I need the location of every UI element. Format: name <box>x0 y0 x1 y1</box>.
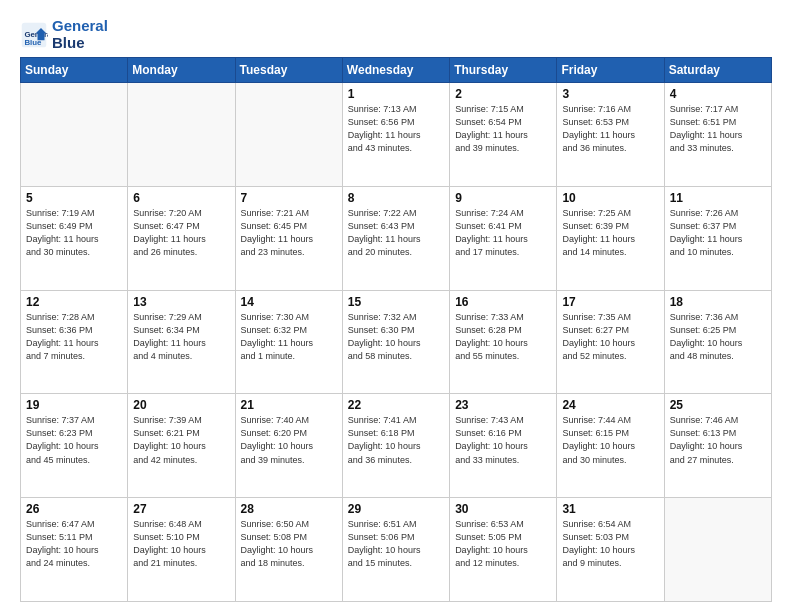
day-info: Sunrise: 7:15 AM Sunset: 6:54 PM Dayligh… <box>455 103 551 155</box>
calendar-cell: 14Sunrise: 7:30 AM Sunset: 6:32 PM Dayli… <box>235 290 342 394</box>
weekday-header: Wednesday <box>342 58 449 83</box>
day-info: Sunrise: 7:46 AM Sunset: 6:13 PM Dayligh… <box>670 414 766 466</box>
calendar-week-row: 12Sunrise: 7:28 AM Sunset: 6:36 PM Dayli… <box>21 290 772 394</box>
logo-text: GeneralBlue <box>52 18 108 51</box>
calendar-cell <box>128 83 235 187</box>
day-number: 7 <box>241 191 337 205</box>
calendar-cell: 8Sunrise: 7:22 AM Sunset: 6:43 PM Daylig… <box>342 186 449 290</box>
day-number: 24 <box>562 398 658 412</box>
day-number: 6 <box>133 191 229 205</box>
day-number: 25 <box>670 398 766 412</box>
calendar-cell: 2Sunrise: 7:15 AM Sunset: 6:54 PM Daylig… <box>450 83 557 187</box>
day-number: 17 <box>562 295 658 309</box>
calendar: SundayMondayTuesdayWednesdayThursdayFrid… <box>20 57 772 602</box>
calendar-cell <box>235 83 342 187</box>
day-number: 3 <box>562 87 658 101</box>
day-number: 16 <box>455 295 551 309</box>
calendar-cell: 5Sunrise: 7:19 AM Sunset: 6:49 PM Daylig… <box>21 186 128 290</box>
day-number: 5 <box>26 191 122 205</box>
day-number: 10 <box>562 191 658 205</box>
day-number: 18 <box>670 295 766 309</box>
day-info: Sunrise: 7:30 AM Sunset: 6:32 PM Dayligh… <box>241 311 337 363</box>
calendar-cell <box>21 83 128 187</box>
day-number: 11 <box>670 191 766 205</box>
day-number: 12 <box>26 295 122 309</box>
calendar-cell: 20Sunrise: 7:39 AM Sunset: 6:21 PM Dayli… <box>128 394 235 498</box>
day-info: Sunrise: 6:47 AM Sunset: 5:11 PM Dayligh… <box>26 518 122 570</box>
day-number: 4 <box>670 87 766 101</box>
calendar-header-row: SundayMondayTuesdayWednesdayThursdayFrid… <box>21 58 772 83</box>
weekday-header: Monday <box>128 58 235 83</box>
day-info: Sunrise: 7:16 AM Sunset: 6:53 PM Dayligh… <box>562 103 658 155</box>
calendar-week-row: 5Sunrise: 7:19 AM Sunset: 6:49 PM Daylig… <box>21 186 772 290</box>
calendar-cell: 31Sunrise: 6:54 AM Sunset: 5:03 PM Dayli… <box>557 498 664 602</box>
day-number: 21 <box>241 398 337 412</box>
calendar-week-row: 26Sunrise: 6:47 AM Sunset: 5:11 PM Dayli… <box>21 498 772 602</box>
calendar-cell <box>664 498 771 602</box>
day-info: Sunrise: 6:48 AM Sunset: 5:10 PM Dayligh… <box>133 518 229 570</box>
day-number: 13 <box>133 295 229 309</box>
calendar-cell: 21Sunrise: 7:40 AM Sunset: 6:20 PM Dayli… <box>235 394 342 498</box>
day-info: Sunrise: 6:53 AM Sunset: 5:05 PM Dayligh… <box>455 518 551 570</box>
calendar-cell: 11Sunrise: 7:26 AM Sunset: 6:37 PM Dayli… <box>664 186 771 290</box>
weekday-header: Tuesday <box>235 58 342 83</box>
day-number: 19 <box>26 398 122 412</box>
calendar-cell: 17Sunrise: 7:35 AM Sunset: 6:27 PM Dayli… <box>557 290 664 394</box>
logo: General Blue GeneralBlue <box>20 18 108 51</box>
calendar-cell: 24Sunrise: 7:44 AM Sunset: 6:15 PM Dayli… <box>557 394 664 498</box>
weekday-header: Thursday <box>450 58 557 83</box>
calendar-cell: 27Sunrise: 6:48 AM Sunset: 5:10 PM Dayli… <box>128 498 235 602</box>
day-info: Sunrise: 7:37 AM Sunset: 6:23 PM Dayligh… <box>26 414 122 466</box>
calendar-cell: 13Sunrise: 7:29 AM Sunset: 6:34 PM Dayli… <box>128 290 235 394</box>
calendar-cell: 25Sunrise: 7:46 AM Sunset: 6:13 PM Dayli… <box>664 394 771 498</box>
day-info: Sunrise: 7:29 AM Sunset: 6:34 PM Dayligh… <box>133 311 229 363</box>
day-number: 15 <box>348 295 444 309</box>
day-info: Sunrise: 7:21 AM Sunset: 6:45 PM Dayligh… <box>241 207 337 259</box>
calendar-cell: 4Sunrise: 7:17 AM Sunset: 6:51 PM Daylig… <box>664 83 771 187</box>
calendar-cell: 22Sunrise: 7:41 AM Sunset: 6:18 PM Dayli… <box>342 394 449 498</box>
day-number: 30 <box>455 502 551 516</box>
day-info: Sunrise: 7:22 AM Sunset: 6:43 PM Dayligh… <box>348 207 444 259</box>
day-info: Sunrise: 7:24 AM Sunset: 6:41 PM Dayligh… <box>455 207 551 259</box>
day-number: 9 <box>455 191 551 205</box>
day-number: 22 <box>348 398 444 412</box>
day-info: Sunrise: 7:35 AM Sunset: 6:27 PM Dayligh… <box>562 311 658 363</box>
day-info: Sunrise: 7:44 AM Sunset: 6:15 PM Dayligh… <box>562 414 658 466</box>
day-info: Sunrise: 7:17 AM Sunset: 6:51 PM Dayligh… <box>670 103 766 155</box>
header: General Blue GeneralBlue <box>20 18 772 51</box>
day-number: 31 <box>562 502 658 516</box>
day-info: Sunrise: 7:32 AM Sunset: 6:30 PM Dayligh… <box>348 311 444 363</box>
calendar-cell: 6Sunrise: 7:20 AM Sunset: 6:47 PM Daylig… <box>128 186 235 290</box>
calendar-cell: 10Sunrise: 7:25 AM Sunset: 6:39 PM Dayli… <box>557 186 664 290</box>
day-number: 8 <box>348 191 444 205</box>
day-info: Sunrise: 7:40 AM Sunset: 6:20 PM Dayligh… <box>241 414 337 466</box>
calendar-cell: 23Sunrise: 7:43 AM Sunset: 6:16 PM Dayli… <box>450 394 557 498</box>
day-info: Sunrise: 7:41 AM Sunset: 6:18 PM Dayligh… <box>348 414 444 466</box>
calendar-cell: 12Sunrise: 7:28 AM Sunset: 6:36 PM Dayli… <box>21 290 128 394</box>
day-info: Sunrise: 7:43 AM Sunset: 6:16 PM Dayligh… <box>455 414 551 466</box>
day-number: 23 <box>455 398 551 412</box>
day-info: Sunrise: 6:50 AM Sunset: 5:08 PM Dayligh… <box>241 518 337 570</box>
day-info: Sunrise: 7:36 AM Sunset: 6:25 PM Dayligh… <box>670 311 766 363</box>
weekday-header: Friday <box>557 58 664 83</box>
day-info: Sunrise: 7:25 AM Sunset: 6:39 PM Dayligh… <box>562 207 658 259</box>
day-info: Sunrise: 6:51 AM Sunset: 5:06 PM Dayligh… <box>348 518 444 570</box>
day-info: Sunrise: 6:54 AM Sunset: 5:03 PM Dayligh… <box>562 518 658 570</box>
day-number: 1 <box>348 87 444 101</box>
day-info: Sunrise: 7:28 AM Sunset: 6:36 PM Dayligh… <box>26 311 122 363</box>
day-info: Sunrise: 7:13 AM Sunset: 6:56 PM Dayligh… <box>348 103 444 155</box>
calendar-cell: 3Sunrise: 7:16 AM Sunset: 6:53 PM Daylig… <box>557 83 664 187</box>
calendar-cell: 26Sunrise: 6:47 AM Sunset: 5:11 PM Dayli… <box>21 498 128 602</box>
day-number: 14 <box>241 295 337 309</box>
day-number: 26 <box>26 502 122 516</box>
calendar-cell: 1Sunrise: 7:13 AM Sunset: 6:56 PM Daylig… <box>342 83 449 187</box>
weekday-header: Saturday <box>664 58 771 83</box>
calendar-cell: 30Sunrise: 6:53 AM Sunset: 5:05 PM Dayli… <box>450 498 557 602</box>
calendar-cell: 19Sunrise: 7:37 AM Sunset: 6:23 PM Dayli… <box>21 394 128 498</box>
day-number: 28 <box>241 502 337 516</box>
day-number: 20 <box>133 398 229 412</box>
day-info: Sunrise: 7:33 AM Sunset: 6:28 PM Dayligh… <box>455 311 551 363</box>
day-number: 2 <box>455 87 551 101</box>
calendar-cell: 16Sunrise: 7:33 AM Sunset: 6:28 PM Dayli… <box>450 290 557 394</box>
calendar-week-row: 1Sunrise: 7:13 AM Sunset: 6:56 PM Daylig… <box>21 83 772 187</box>
